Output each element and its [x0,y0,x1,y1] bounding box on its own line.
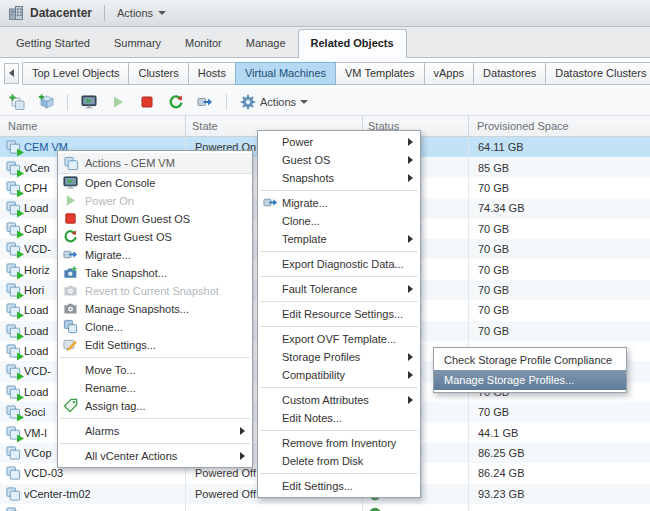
subtab-top-level-objects[interactable]: Top Level Objects [22,62,129,85]
column-header-state[interactable]: State [192,120,218,132]
migrate-button[interactable] [194,92,216,112]
menu-item-custom-attributes[interactable]: Custom Attributes [258,391,420,409]
vm-icon [6,364,21,379]
menu-item-delete-from-disk[interactable]: Delete from Disk [258,452,420,470]
vm-name: Soci [24,406,45,418]
subtab-datastore-clusters[interactable]: Datastore Clusters [545,62,650,85]
divider [104,5,105,21]
menu-item-label: Power [282,136,313,148]
menu-item-power[interactable]: Power [258,133,420,151]
subtab-virtual-machines[interactable]: Virtual Machines [235,62,336,85]
tab-related-objects[interactable]: Related Objects [298,29,407,58]
subtab-vapps[interactable]: vApps [424,62,475,85]
new-vm-button[interactable] [6,92,28,112]
menu-item-storage-profiles[interactable]: Storage Profiles [258,348,420,366]
menu-item-label: Migrate... [85,249,131,261]
context-menu-header: Actions - CEM VM [58,153,252,174]
object-actions-button[interactable]: Actions [117,7,166,19]
vm-icon [6,344,21,359]
menu-separator [258,273,420,280]
tab-summary[interactable]: Summary [102,30,173,57]
shut-down-button[interactable] [136,92,158,112]
tab-getting-started[interactable]: Getting Started [4,30,102,57]
subtab-clusters[interactable]: Clusters [128,62,188,85]
menu-item-label: Edit Resource Settings... [282,308,403,320]
table-row[interactable] [0,504,650,511]
toolbar-separator [67,94,68,110]
menu-item-label: Remove from Inventory [282,437,396,449]
vm-icon [6,323,21,338]
menu-item-clone[interactable]: Clone... [58,318,252,336]
menu-item-edit-resource-settings[interactable]: Edit Resource Settings... [258,305,420,323]
open-console-button[interactable] [78,92,100,112]
menu-item-guest-os[interactable]: Guest OS [258,151,420,169]
context-menu-cem-vm: Actions - CEM VM Open ConsolePower OnShu… [57,150,253,468]
vm-name: VCD- [24,243,51,255]
subtab-hosts[interactable]: Hosts [188,62,236,85]
menu-item-migrate[interactable]: Migrate... [58,246,252,264]
toolbar-actions-button[interactable]: Actions [237,92,311,112]
menu-item-compatibility[interactable]: Compatibility [258,366,420,384]
object-actions-label: Actions [117,7,153,19]
new-vapp-button[interactable] [35,92,57,112]
gear-icon [240,94,256,110]
menu-item-power-on[interactable]: Power On [58,192,252,210]
vm-icon [6,262,21,277]
vm-name: VM-l [24,427,47,439]
tag-icon [63,398,78,413]
tab-monitor[interactable]: Monitor [173,30,234,57]
menu-item-label: Check Storage Profile Compliance [444,354,612,366]
menu-item-check-storage-profile-compliance[interactable]: Check Storage Profile Compliance [434,350,626,370]
menu-item-all-vcenter-actions[interactable]: All vCenter Actions [58,447,252,465]
menu-item-shut-down-guest-os[interactable]: Shut Down Guest OS [58,210,252,228]
vm-icon [6,486,21,501]
menu-item-remove-from-inventory[interactable]: Remove from Inventory [258,434,420,452]
vm-name: Load [24,345,48,357]
subtab-list: Top Level ObjectsClustersHostsVirtual Ma… [23,62,650,85]
tab-manage[interactable]: Manage [234,30,298,57]
menu-item-alarms[interactable]: Alarms [58,422,252,440]
menu-item-rename[interactable]: Rename... [58,379,252,397]
vm-icon [6,242,21,257]
object-title: Datacenter [30,6,92,20]
menu-item-revert-to-current-snapshot[interactable]: Revert to Current Snapshot [58,282,252,300]
menu-item-edit-notes[interactable]: Edit Notes... [258,409,420,427]
menu-item-take-snapshot[interactable]: Take Snapshot... [58,264,252,282]
vm-provisioned-space: 70 GB [478,223,509,235]
submenu-arrow-icon [408,174,413,182]
menu-item-migrate[interactable]: Migrate... [258,194,420,212]
menu-item-restart-guest-os[interactable]: Restart Guest OS [58,228,252,246]
subtab-vm-templates[interactable]: VM Templates [335,62,425,85]
menu-item-label: Shut Down Guest OS [85,213,190,225]
subtab-datastores[interactable]: Datastores [473,62,546,85]
menu-item-template[interactable]: Template [258,230,420,248]
tab-scroll-left-button[interactable] [4,63,19,84]
menu-item-assign-tag[interactable]: Assign tag... [58,397,252,415]
menu-item-export-ovf-template[interactable]: Export OVF Template... [258,330,420,348]
menu-item-label: Manage Snapshots... [85,303,189,315]
column-header-provisioned-space[interactable]: Provisioned Space [477,120,569,132]
migrate-icon [63,247,78,262]
menu-item-label: Storage Profiles [282,351,360,363]
menu-item-export-diagnostic-data[interactable]: Export Diagnostic Data... [258,255,420,273]
power-on-button[interactable] [107,92,129,112]
console-icon [63,175,78,190]
menu-item-manage-storage-profiles[interactable]: Manage Storage Profiles... [434,370,626,390]
menu-separator [58,440,252,447]
menu-item-move-to[interactable]: Move To... [58,361,252,379]
vm-provisioned-space: 70 GB [478,243,509,255]
vm-provisioned-space: 85 GB [478,162,509,174]
column-header-name[interactable]: Name [8,120,37,132]
all-vcenter-actions-submenu: PowerGuest OSSnapshotsMigrate...Clone...… [257,130,421,498]
menu-item-snapshots[interactable]: Snapshots [258,169,420,187]
menu-item-open-console[interactable]: Open Console [58,174,252,192]
restart-button[interactable] [165,92,187,112]
menu-item-manage-snapshots[interactable]: Manage Snapshots... [58,300,252,318]
menu-item-fault-tolerance[interactable]: Fault Tolerance [258,280,420,298]
menu-item-edit-settings[interactable]: Edit Settings... [58,336,252,354]
menu-item-label: Template [282,233,327,245]
vm-provisioned-space: 70 GB [478,182,509,194]
menu-item-edit-settings[interactable]: Edit Settings... [258,477,420,495]
menu-item-clone[interactable]: Clone... [258,212,420,230]
vm-icon [6,446,21,461]
